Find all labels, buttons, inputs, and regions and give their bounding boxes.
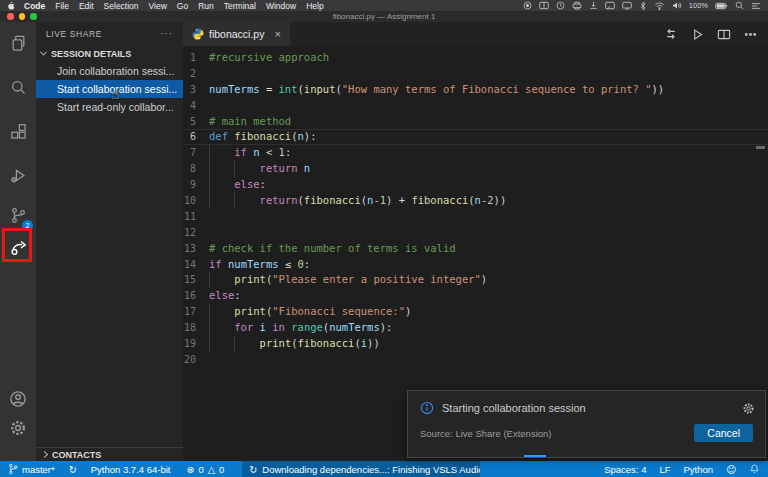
spinner-icon: ↻ [249,464,257,475]
status-bar: master* ↻ Python 3.7.4 64-bit ⊗ 0 △ 0 ↻ … [0,461,768,477]
menubar-status-icons: 100% [523,1,761,11]
account-icon[interactable] [0,384,36,414]
line-number: 1 [183,50,209,66]
minimize-window-button[interactable] [19,13,26,20]
python-interpreter-item[interactable]: Python 3.7.4 64-bit [91,464,171,475]
menu-item[interactable]: Terminal [224,1,256,11]
indent-guide [209,336,234,352]
code-line[interactable]: 8 return n [183,161,768,177]
sidebar-title: LIVE SHARE [46,29,160,39]
menu-item[interactable]: Window [266,1,296,11]
language-mode-item[interactable]: Python [684,464,714,475]
line-number: 16 [183,288,209,304]
session-item[interactable]: Start collaboration sessi... [36,80,183,98]
menu-item[interactable]: View [149,1,167,11]
split-editor-icon[interactable] [717,28,731,41]
menu-item[interactable]: File [55,1,69,11]
close-window-button[interactable] [7,13,14,20]
code-line[interactable]: 7 if n < 1: [183,145,768,161]
notifications-bell-icon[interactable] [749,463,760,475]
code-line[interactable]: 13# check if the number of terms is vali… [183,241,768,257]
menu-item[interactable]: Code [24,1,45,11]
open-changes-icon[interactable] [664,27,678,41]
apple-logo-icon[interactable] [7,1,15,10]
session-item[interactable]: Join collaboration sessi... [36,62,183,80]
code-line[interactable]: 15 print("Please enter a positive intege… [183,272,768,288]
code-line[interactable]: 1#recursive approach [183,50,768,66]
code-line[interactable]: 4 [183,98,768,114]
more-actions-icon[interactable] [744,28,757,41]
volume-icon[interactable] [672,1,682,10]
menu-item[interactable]: Help [306,1,323,11]
sync-icon[interactable]: ↻ [69,464,77,475]
menu-item[interactable]: Run [198,1,214,11]
python-file-icon [192,28,204,40]
display-icon[interactable] [622,1,632,10]
clock-icon[interactable] [556,1,565,10]
search-icon[interactable] [0,72,36,102]
control-center-icon[interactable] [751,2,761,10]
code-line[interactable]: 17 print("Fibonacci sequence:") [183,304,768,320]
code-line[interactable]: 18 for i in range(numTerms): [183,320,768,336]
code-line[interactable]: 2 [183,66,768,82]
menu-item[interactable]: Go [177,1,188,11]
code-line[interactable]: 9 else: [183,177,768,193]
session-item[interactable]: Start read-only collabor... [36,98,183,116]
line-number: 2 [183,66,209,82]
indent-guide [209,161,234,177]
line-number: 13 [183,241,209,257]
info-icon [420,401,434,415]
printer-icon[interactable] [572,1,582,10]
line-number: 9 [183,177,209,193]
more-actions-icon[interactable]: ··· [160,28,173,39]
menu-item[interactable]: Selection [104,1,139,11]
code-line[interactable]: 10 return(fibonacci(n-1) + fibonacci(n-2… [183,193,768,209]
code-line[interactable]: 19 print(fibonacci(i)) [183,336,768,352]
record-icon[interactable] [523,1,532,10]
eol-item[interactable]: LF [659,464,670,475]
line-number: 17 [183,304,209,320]
explorer-icon[interactable] [0,28,36,58]
indentation-item[interactable]: Spaces: 4 [604,464,646,475]
settings-gear-icon[interactable] [0,413,36,443]
code-line[interactable]: 16else: [183,288,768,304]
cancel-button[interactable]: Cancel [694,424,753,442]
code-line[interactable]: 11 [183,209,768,225]
line-number: 12 [183,225,209,241]
bluetooth-icon[interactable] [639,1,647,11]
warning-icon: △ [208,464,215,475]
menu-item[interactable]: Edit [79,1,94,11]
indent-guide [209,177,234,193]
session-items: Join collaboration sessi...Start collabo… [36,62,183,116]
code-editor[interactable]: 1#recursive approach23numTerms = int(inp… [183,46,768,368]
git-branch-item[interactable]: master* [8,463,55,475]
code-line[interactable]: 12 [183,225,768,241]
code-line[interactable]: 6def fibonacci(n): [183,129,768,145]
download-icon[interactable] [589,1,598,10]
notification-settings-gear-icon[interactable] [742,402,755,415]
window-icon[interactable] [539,1,549,10]
code-line[interactable]: 14if numTerms ≤ 0: [183,257,768,273]
session-details-header[interactable]: SESSION DETAILS [36,45,183,62]
run-debug-icon[interactable] [0,160,36,190]
zoom-window-button[interactable] [30,13,37,20]
code-line[interactable]: 5# main method [183,114,768,130]
screen-mirroring-icon[interactable] [605,1,615,10]
feedback-smiley-icon[interactable]: ☺ [726,464,736,475]
line-number: 18 [183,320,209,336]
source-control-icon[interactable]: 2 [0,200,36,230]
chevron-down-icon [40,49,47,56]
contacts-header[interactable]: CONTACTS [36,447,183,461]
code-line[interactable]: 20 [183,352,768,368]
wifi-icon[interactable] [654,1,665,10]
menu-items: CodeFileEditSelectionViewGoRunTerminalWi… [24,1,324,11]
tab-fibonacci[interactable]: fibonacci.py × [183,22,290,46]
code-line[interactable]: 3numTerms = int(input("How many terms of… [183,82,768,98]
notification-title: Starting collaboration session [442,402,734,414]
run-python-file-button[interactable] [691,28,704,41]
close-tab-icon[interactable]: × [274,28,280,40]
progress-status-item[interactable]: ↻ Downloading dependencies...: Finishing… [242,461,480,477]
extensions-icon[interactable] [0,116,36,146]
spotlight-search-icon[interactable] [735,1,744,10]
problems-item[interactable]: ⊗ 0 △ 0 [186,464,224,475]
